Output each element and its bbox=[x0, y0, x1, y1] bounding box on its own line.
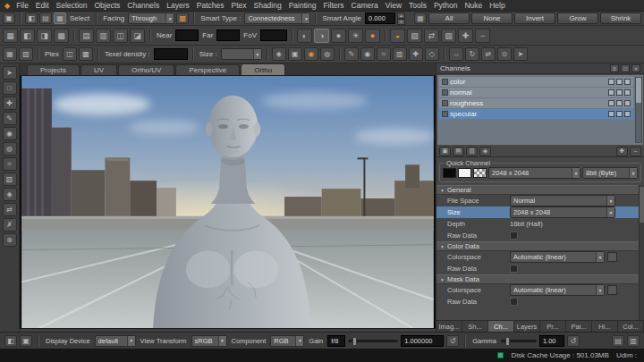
convert-channel-icon[interactable]: ◈ bbox=[479, 147, 491, 156]
new-channel-icon[interactable]: ✚ bbox=[616, 147, 628, 156]
tab-perspective[interactable]: Perspective bbox=[175, 64, 240, 75]
remove-channel-icon[interactable]: − bbox=[630, 147, 641, 156]
palette-detach-icon[interactable]: □ bbox=[621, 64, 630, 72]
uv-set-icon-1[interactable]: ◈ bbox=[272, 47, 286, 61]
menu-item-patches[interactable]: Patches bbox=[193, 1, 228, 10]
paint-add-icon[interactable]: ✚ bbox=[409, 47, 423, 61]
ptex-subdivide-icon[interactable]: ◫ bbox=[63, 47, 77, 61]
select-objects-icon[interactable]: ◧ bbox=[25, 13, 38, 24]
select-faces-icon[interactable]: ▦ bbox=[54, 13, 66, 24]
select-grow-button[interactable]: Grow bbox=[557, 13, 598, 24]
size-row[interactable]: Size 2048 x 2048 ▼ bbox=[436, 206, 644, 218]
select-shrink-button[interactable]: Shrink bbox=[600, 13, 641, 24]
menu-item-channels[interactable]: Channels bbox=[123, 1, 163, 10]
menu-item-painting[interactable]: Painting bbox=[285, 1, 320, 10]
background-toggle-icon[interactable]: ▣ bbox=[20, 335, 32, 347]
flat-lighting-icon[interactable]: ◐ bbox=[297, 29, 312, 43]
menu-item-layers[interactable]: Layers bbox=[163, 1, 193, 10]
full-lighting-icon[interactable]: ● bbox=[331, 29, 346, 43]
shaded-icon[interactable]: ▧ bbox=[19, 47, 33, 61]
wireframe-toggle-icon[interactable]: ▧ bbox=[407, 29, 422, 43]
transform-scale-icon[interactable]: ⇄ bbox=[481, 47, 496, 61]
selection-grid-icon[interactable]: ▦ bbox=[414, 13, 427, 24]
facing-dropdown[interactable]: Through ▼ bbox=[128, 13, 174, 24]
gamma-slider-thumb[interactable] bbox=[505, 337, 510, 346]
checker-swatch[interactable] bbox=[473, 168, 487, 178]
gamma-input[interactable]: 1.00 bbox=[539, 335, 564, 347]
smart-angle-stepper[interactable]: ▲ ▼ bbox=[397, 13, 405, 24]
menu-item-help[interactable]: Help bbox=[486, 1, 508, 10]
view-mode-icon-5[interactable]: ▤ bbox=[79, 29, 94, 43]
smart-angle-input[interactable]: 0.000 bbox=[365, 13, 395, 24]
gamma-slider[interactable] bbox=[501, 340, 537, 342]
tab-projects[interactable]: Projects bbox=[27, 64, 80, 75]
raw-data-checkbox[interactable] bbox=[510, 232, 518, 240]
share-channel-icon[interactable]: ▥ bbox=[466, 147, 478, 156]
paint-smear-icon[interactable]: ≈ bbox=[377, 47, 391, 61]
properties-scrollbar[interactable] bbox=[639, 185, 644, 320]
palette-close-icon[interactable]: × bbox=[631, 64, 640, 72]
clone-tool-icon[interactable]: ◍ bbox=[3, 142, 17, 156]
raw-data-checkbox[interactable] bbox=[510, 298, 518, 306]
tab-colors[interactable]: Col... bbox=[618, 321, 644, 332]
tab-ortho-uv[interactable]: Ortho/UV bbox=[118, 64, 174, 75]
channel-list-scrollbar[interactable] bbox=[635, 77, 642, 143]
channel-row-roughness[interactable]: roughness bbox=[439, 98, 633, 108]
remove-view-icon[interactable]: − bbox=[475, 29, 490, 43]
environment-light-icon[interactable]: ☀ bbox=[348, 29, 363, 43]
component-dropdown[interactable]: RGB ▼ bbox=[270, 335, 304, 347]
menu-item-tools[interactable]: Tools bbox=[405, 1, 430, 10]
view-mode-icon-4[interactable]: ▩ bbox=[54, 29, 69, 43]
menu-item-shading[interactable]: Shading bbox=[250, 1, 284, 10]
towpaint-tool-icon[interactable]: ⊕ bbox=[3, 233, 17, 247]
paint-tool-icon[interactable]: ✎ bbox=[3, 112, 17, 125]
texel-density-input[interactable] bbox=[154, 48, 188, 60]
raw-data-checkbox[interactable] bbox=[510, 265, 518, 273]
paint-shape-icon[interactable]: ◇ bbox=[425, 47, 439, 61]
tab-history[interactable]: Hi... bbox=[592, 321, 618, 332]
gradient-tool-icon[interactable]: ▧ bbox=[3, 173, 17, 186]
view-mode-icon-1[interactable]: ▦ bbox=[3, 29, 18, 43]
section-general[interactable]: ▼ General bbox=[436, 185, 644, 195]
paint-blur-icon[interactable]: ◉ bbox=[360, 47, 375, 61]
viewport-canvas[interactable] bbox=[20, 75, 436, 329]
paint-through-icon[interactable]: ▩ bbox=[176, 13, 189, 24]
select-none-button[interactable]: None bbox=[471, 13, 513, 24]
paint-brush-icon[interactable]: ✎ bbox=[344, 47, 359, 61]
tab-layers[interactable]: Layers bbox=[514, 321, 540, 332]
transform-move-icon[interactable]: ↔ bbox=[449, 47, 463, 61]
tab-channels[interactable]: Ch... bbox=[488, 321, 514, 332]
menu-item-python[interactable]: Python bbox=[430, 1, 461, 10]
gain-reset-icon[interactable]: ↺ bbox=[446, 335, 459, 347]
white-swatch[interactable] bbox=[458, 168, 471, 178]
view-mode-icon-7[interactable]: ◫ bbox=[113, 29, 128, 43]
channel-row-specular[interactable]: specular bbox=[439, 109, 633, 119]
view-mode-icon-6[interactable]: ▥ bbox=[96, 29, 111, 43]
view-mode-icon-8[interactable]: ◪ bbox=[130, 29, 145, 43]
section-color-data[interactable]: ▼ Color Data bbox=[436, 241, 644, 251]
file-space-dropdown[interactable]: Normal ▼ bbox=[510, 195, 615, 206]
colorspace-options-button[interactable] bbox=[607, 252, 617, 262]
mask-colorspace-options-button[interactable] bbox=[607, 285, 617, 295]
smart-type-dropdown[interactable]: Connectedness ▼ bbox=[244, 13, 310, 24]
uv-set-icon-2[interactable]: ▣ bbox=[288, 47, 302, 61]
view-mode-icon-3[interactable]: ◨ bbox=[37, 29, 52, 43]
section-mask-data[interactable]: ▼ Mask Data bbox=[436, 274, 644, 284]
shader-sphere-icon[interactable]: ● bbox=[365, 29, 380, 43]
menu-item-edit[interactable]: Edit bbox=[32, 1, 53, 10]
transform-pivot-icon[interactable]: ⊙ bbox=[497, 47, 512, 61]
mirror-toggle-icon[interactable]: ⇄ bbox=[424, 29, 439, 43]
blur-tool-icon[interactable]: ≈ bbox=[3, 157, 17, 171]
gain-slider[interactable] bbox=[348, 340, 398, 342]
scrollbar-thumb[interactable] bbox=[636, 78, 641, 103]
size-dropdown[interactable]: ▼ bbox=[221, 48, 262, 60]
menu-item-nuke[interactable]: Nuke bbox=[461, 1, 486, 10]
duplicate-channel-icon[interactable]: ▤ bbox=[453, 147, 464, 156]
shadow-toggle-icon[interactable]: ◒ bbox=[390, 29, 405, 43]
gamma-reset-icon[interactable]: ↺ bbox=[567, 335, 580, 347]
transform-tool-icon[interactable]: ✚ bbox=[3, 97, 17, 110]
wireframe-icon[interactable]: ▦ bbox=[3, 47, 17, 61]
eraser-tool-icon[interactable]: ◉ bbox=[3, 127, 17, 140]
uv-set-icon-3[interactable]: ◉ bbox=[304, 47, 318, 61]
near-input[interactable] bbox=[175, 29, 199, 41]
